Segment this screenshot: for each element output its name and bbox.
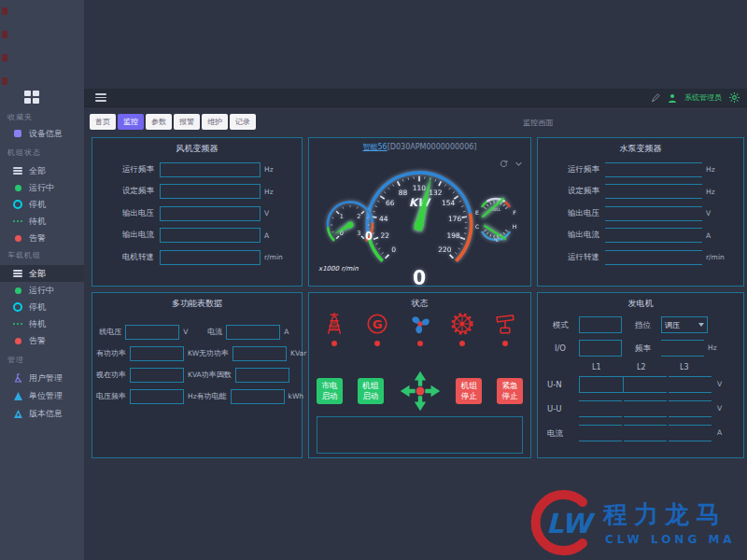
tab-records[interactable]: 记录 xyxy=(230,114,256,130)
pump-speed-input[interactable] xyxy=(605,250,702,265)
pump-setfreq-input[interactable] xyxy=(605,184,702,199)
flask-icon xyxy=(12,373,23,383)
svg-text:198: 198 xyxy=(446,231,460,240)
uu-l2-input[interactable] xyxy=(624,400,667,417)
sidebar-item-stopped[interactable]: 停机 xyxy=(0,196,84,213)
i-l1-input[interactable] xyxy=(579,425,622,441)
uu-l3-input[interactable] xyxy=(669,400,712,417)
status-generator: G xyxy=(365,312,389,346)
unit-stop-button[interactable]: 机组停止 xyxy=(456,378,482,404)
running-dot-icon xyxy=(12,185,23,191)
io-input[interactable] xyxy=(579,340,622,357)
status-damper xyxy=(493,312,517,346)
edge-marker-icon xyxy=(2,54,7,62)
i-l3-input[interactable] xyxy=(669,425,712,441)
unit-start-button[interactable]: 机组启动 xyxy=(358,378,384,404)
uu-l1-input[interactable] xyxy=(579,400,622,417)
un-l1-input[interactable] xyxy=(579,376,624,393)
sidebar-item-org-admin[interactable]: 单位管理 xyxy=(0,387,84,404)
sidebar-item-running[interactable]: 运行中 xyxy=(0,179,84,196)
sidebar-item-user-admin[interactable]: 用户管理 xyxy=(0,370,84,386)
panel-title: 风机变频器 xyxy=(92,143,302,155)
active-power-input[interactable] xyxy=(130,346,184,361)
status-indicator xyxy=(331,341,337,346)
list-icon xyxy=(12,167,23,175)
tab-monitor[interactable]: 监控 xyxy=(118,114,144,130)
sidebar-item-standby[interactable]: 待机 xyxy=(0,213,84,230)
panel-meter: 多功能表数据 线电压 V 电流 A 有功功率 KW 无功功率 KVar 视在功率 xyxy=(92,292,303,458)
rpm-caption: x1000 r/min xyxy=(318,265,359,273)
emergency-stop-button[interactable]: 紧急停止 xyxy=(497,378,523,404)
brand-name-en: CLW LONG MA xyxy=(605,533,736,546)
edit-icon[interactable] xyxy=(651,89,660,106)
svg-text:H: H xyxy=(513,223,517,230)
field-row: 设定频率 Hz xyxy=(92,181,302,203)
pump-current-input[interactable] xyxy=(605,228,702,243)
dashboard-root: 收藏夹 设备信息 机组状态 全部 运行中 停机 待机 告警 车载机组 xyxy=(0,0,747,560)
direction-pad[interactable] xyxy=(399,370,442,413)
sidebar-item-all[interactable]: 全部 xyxy=(0,162,84,179)
current-input[interactable] xyxy=(226,325,280,340)
menu-toggle-icon[interactable] xyxy=(95,93,106,102)
frequency-input[interactable] xyxy=(130,389,184,404)
fan-speed-input[interactable] xyxy=(160,250,261,265)
sidebar-group-vehicle-units: 车载机组 xyxy=(7,250,41,260)
sidebar-item-all-selected[interactable]: 全部 xyxy=(0,265,84,282)
sidebar-item-device-info[interactable]: 设备信息 xyxy=(0,125,84,142)
un-l3-input[interactable] xyxy=(669,376,712,393)
sidebar-item-alarm-2[interactable]: 告警 xyxy=(0,332,84,349)
pump-freq-input[interactable] xyxy=(605,162,702,177)
gear-select[interactable]: 调压 xyxy=(661,316,708,333)
page-label: 监控画面 xyxy=(523,118,553,128)
status-grid xyxy=(322,312,346,346)
fan-freq-input[interactable] xyxy=(160,162,261,177)
svg-text:1: 1 xyxy=(340,213,344,220)
message-box[interactable] xyxy=(317,416,523,454)
status-indicator xyxy=(502,341,508,346)
pump-voltage-input[interactable] xyxy=(605,206,702,221)
line-voltage-input[interactable] xyxy=(125,325,179,340)
tab-home[interactable]: 首页 xyxy=(90,114,116,130)
mains-start-button[interactable]: 市电启动 xyxy=(317,378,343,404)
field-row: 输出电流 A xyxy=(538,225,743,247)
un-l2-input[interactable] xyxy=(624,376,667,393)
app-grid-icon[interactable] xyxy=(24,91,39,105)
brand-logo-icon: LW xyxy=(529,489,596,556)
panel-title: 水泵变频器 xyxy=(538,143,743,155)
energy-input[interactable] xyxy=(231,389,285,404)
tab-maintenance[interactable]: 维护 xyxy=(202,114,228,130)
user-icon xyxy=(668,89,677,106)
fan-setfreq-input[interactable] xyxy=(160,184,261,199)
device-icon xyxy=(12,130,23,137)
brand-name-cn: 程力龙马 xyxy=(603,498,726,531)
gen-freq-input[interactable] xyxy=(661,340,704,357)
svg-text:88: 88 xyxy=(399,189,408,197)
refresh-icon[interactable] xyxy=(500,154,508,172)
power-value: 0 xyxy=(413,267,426,289)
sidebar-item-alarm[interactable]: 告警 xyxy=(0,230,84,246)
fan-current-input[interactable] xyxy=(160,228,261,243)
sidebar-item-stopped-2[interactable]: 停机 xyxy=(0,299,84,315)
mode-input[interactable] xyxy=(579,316,622,333)
field-row: 设定频率 Hz xyxy=(538,181,743,203)
topbar: 系统管理员 xyxy=(84,89,747,107)
damper-icon xyxy=(493,312,517,336)
power-factor-input[interactable] xyxy=(235,368,289,383)
tab-alarms[interactable]: 报警 xyxy=(174,114,200,130)
fan-voltage-input[interactable] xyxy=(160,206,261,221)
sidebar-item-standby-2[interactable]: 待机 xyxy=(0,315,84,332)
sidebar-item-version[interactable]: 版本信息 xyxy=(0,405,84,422)
username-label: 系统管理员 xyxy=(684,92,722,103)
info-icon xyxy=(12,410,23,418)
sidebar-group-favorites: 收藏夹 xyxy=(7,112,33,122)
apparent-power-input[interactable] xyxy=(130,368,184,383)
collapse-icon[interactable] xyxy=(514,154,523,172)
i-l2-input[interactable] xyxy=(624,425,667,441)
gear-icon[interactable] xyxy=(729,89,740,106)
tab-params[interactable]: 参数 xyxy=(146,114,172,130)
stopped-ring-icon xyxy=(12,302,23,312)
field-row: 输出电流 A xyxy=(92,225,302,247)
reactive-power-input[interactable] xyxy=(233,346,287,361)
edge-marker-icon xyxy=(2,77,7,85)
sidebar-item-running-2[interactable]: 运行中 xyxy=(0,282,84,299)
